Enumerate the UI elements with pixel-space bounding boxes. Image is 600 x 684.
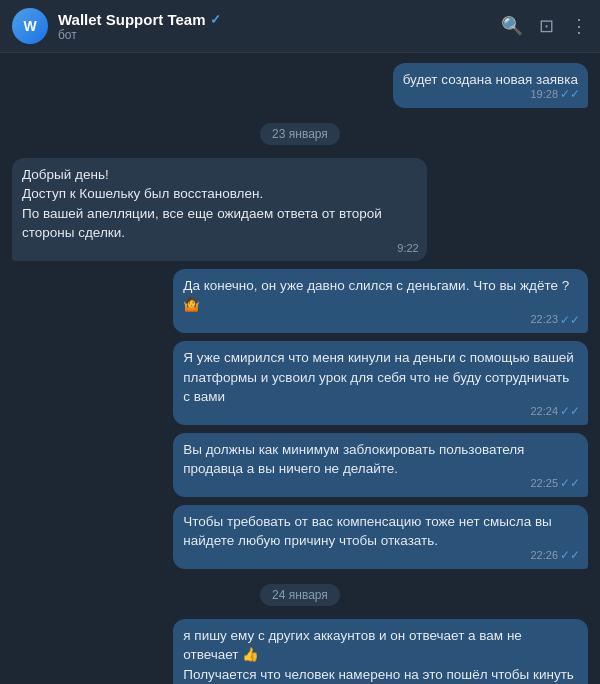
header-left: W Wallet Support Team ✓ бот [12,8,221,44]
message-time: 9:22 [397,241,418,257]
message-bubble: Я уже смирился что меня кинули на деньги… [173,341,588,425]
message-row: будет создана новая заявка 19:28 ✓✓ [12,63,588,108]
message-bubble: Добрый день! Доступ к Кошельку был восст… [12,158,427,261]
layout-icon[interactable]: ⊡ [539,15,554,37]
search-icon[interactable]: 🔍 [501,15,523,37]
message-text: Я уже смирился что меня кинули на деньги… [183,350,574,404]
message-bubble: Чтобы требовать от вас компенсацию тоже … [173,505,588,569]
message-bubble: Да конечно, он уже давно слился с деньга… [173,269,588,333]
verified-icon: ✓ [210,12,221,27]
date-divider: 23 января [12,124,588,142]
date-divider: 24 января [12,585,588,603]
chat-title-text: Wallet Support Team [58,11,206,28]
message-text: я пишу ему с других аккаунтов и он отвеч… [183,628,574,684]
message-bubble: Вы должны как минимум заблокировать поль… [173,433,588,497]
date-label: 24 января [260,584,340,606]
chat-subtitle: бот [58,28,221,42]
tick-icon: ✓✓ [560,475,580,492]
message-text: будет создана новая заявка [403,72,578,87]
message-time: 22:26 ✓✓ [530,547,580,564]
message-row: Вы должны как минимум заблокировать поль… [12,433,588,497]
message-text: Добрый день! Доступ к Кошельку был восст… [22,167,382,241]
header-actions: 🔍 ⊡ ⋮ [501,15,588,37]
message-text: Да конечно, он уже давно слился с деньга… [183,278,569,313]
tick-icon: ✓✓ [560,312,580,329]
message-time: 22:24 ✓✓ [530,403,580,420]
tick-icon: ✓✓ [560,547,580,564]
message-time: 22:23 ✓✓ [530,312,580,329]
message-text: Вы должны как минимум заблокировать поль… [183,442,524,477]
chat-area: будет создана новая заявка 19:28 ✓✓ 23 я… [0,53,600,684]
tick-icon: ✓✓ [560,403,580,420]
chat-header: W Wallet Support Team ✓ бот 🔍 ⊡ ⋮ [0,0,600,53]
header-info: Wallet Support Team ✓ бот [58,11,221,42]
date-label: 23 января [260,123,340,145]
message-row: Чтобы требовать от вас компенсацию тоже … [12,505,588,569]
message-time: 19:28 ✓✓ [530,86,580,103]
message-row: Да конечно, он уже давно слился с деньга… [12,269,588,333]
message-time: 22:25 ✓✓ [530,475,580,492]
message-row: Добрый день! Доступ к Кошельку был восст… [12,158,588,261]
message-bubble: я пишу ему с других аккаунтов и он отвеч… [173,619,588,684]
more-icon[interactable]: ⋮ [570,15,588,37]
chat-title: Wallet Support Team ✓ [58,11,221,28]
tick-icon: ✓✓ [560,86,580,103]
message-row: Я уже смирился что меня кинули на деньги… [12,341,588,425]
avatar: W [12,8,48,44]
message-text: Чтобы требовать от вас компенсацию тоже … [183,514,552,549]
message-bubble: будет создана новая заявка 19:28 ✓✓ [393,63,588,108]
message-row: я пишу ему с других аккаунтов и он отвеч… [12,619,588,684]
